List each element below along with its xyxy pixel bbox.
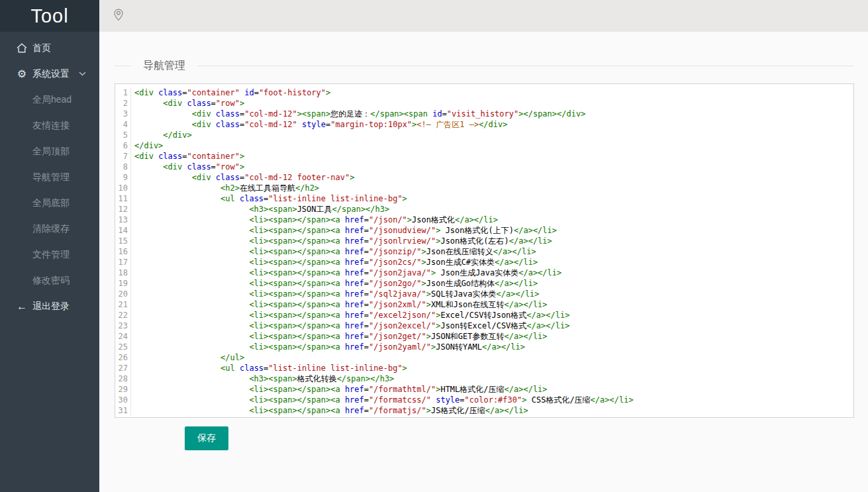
sidebar: Tool 首页 ⚙ 系统设置 [0, 0, 99, 492]
code-text: <ul class="list-inline list-inline-bg"> [131, 363, 407, 373]
sidebar-subitem-7[interactable]: 文件管理 [0, 242, 99, 268]
code-text: <h3><span>格式化转换</span></h3> [131, 373, 394, 384]
sidebar-item-home[interactable]: 首页 [0, 35, 99, 61]
chevron-down-icon [79, 72, 86, 76]
code-text: <li><span></span><a href="/jsonlrview/">… [131, 236, 552, 246]
heading-rule-right [197, 66, 854, 66]
sidebar-nav: 首页 ⚙ 系统设置 全局head友情连接全局顶部导航管理全局底部清除缓存文件管理… [0, 32, 99, 319]
sidebar-item-settings[interactable]: ⚙ 系统设置 [0, 61, 99, 87]
code-line: 21 <li><span></span><a href="/json2xml/"… [115, 299, 853, 310]
line-number: 6 [115, 140, 131, 151]
page-title: 导航管理 [143, 59, 185, 73]
line-number: 22 [115, 310, 131, 320]
line-number: 2 [115, 98, 131, 109]
sidebar-submenu: 全局head友情连接全局顶部导航管理全局底部清除缓存文件管理修改密码 [0, 87, 99, 293]
code-editor[interactable]: 1<div class="container" id="foot-history… [115, 83, 854, 418]
code-line: 26 </ul> [115, 352, 853, 363]
line-number: 5 [115, 130, 131, 140]
code-text: <li><span></span><a href="/json2get/">JS… [131, 331, 548, 342]
sidebar-subitem-6[interactable]: 清除缓存 [0, 216, 99, 242]
code-text: <li><span></span><a href="/json/">Json格式… [131, 215, 498, 225]
code-line: 1<div class="container" id="foot-history… [115, 87, 853, 98]
line-number: 11 [115, 193, 131, 204]
code-text: <li><span></span><a href="/json2go/">Jso… [131, 278, 538, 289]
line-number: 19 [115, 278, 131, 289]
code-line: 8 <div class="row"> [115, 162, 853, 172]
sidebar-item-label: 系统设置 [32, 68, 70, 80]
sidebar-subitem-5[interactable]: 全局底部 [0, 190, 99, 216]
code-line: 27 <ul class="list-inline list-inline-bg… [115, 363, 853, 373]
code-text: <li><span></span><a href="/json2excel/">… [131, 320, 569, 331]
line-number: 25 [115, 342, 131, 352]
code-line: 13 <li><span></span><a href="/json/">Jso… [115, 215, 853, 225]
code-line: 5 </div> [115, 130, 853, 140]
main-area: 导航管理 1<div class="container" id="foot-hi… [99, 0, 868, 492]
line-number: 13 [115, 215, 131, 225]
line-number: 10 [115, 183, 131, 193]
sidebar-subitem-8[interactable]: 修改密码 [0, 268, 99, 293]
code-text: <li><span></span><a href="/jsonzip/">Jso… [131, 246, 536, 257]
line-number: 8 [115, 162, 131, 172]
code-text: <li><span></span><a href="/jsonudview/">… [131, 225, 557, 236]
sidebar-item-logout[interactable]: ← 退出登录 [0, 293, 99, 319]
line-number: 17 [115, 257, 131, 268]
code-line: 30 <li><span></span><a href="/formatcss/… [115, 395, 853, 405]
arrow-left-icon: ← [16, 301, 28, 313]
line-number: 30 [115, 395, 131, 405]
sidebar-subitem-4[interactable]: 导航管理 [0, 164, 99, 190]
code-line: 25 <li><span></span><a href="/json2yaml/… [115, 342, 853, 352]
code-line: 16 <li><span></span><a href="/jsonzip/">… [115, 246, 853, 257]
code-line: 17 <li><span></span><a href="/json2cs/">… [115, 257, 853, 268]
line-number: 24 [115, 331, 131, 342]
code-line: 28 <h3><span>格式化转换</span></h3> [115, 373, 853, 384]
code-text: <div class="col-md-12" style="margin-top… [131, 119, 507, 130]
line-number: 12 [115, 204, 131, 215]
heading-rule-left [115, 66, 131, 66]
sidebar-subitem-3[interactable]: 全局顶部 [0, 138, 99, 164]
code-line: 2 <div class="row"> [115, 98, 853, 109]
code-line: 10 <h2>在线工具箱导航</h2> [115, 183, 853, 193]
code-line: 14 <li><span></span><a href="/jsonudview… [115, 225, 853, 236]
line-number: 29 [115, 384, 131, 395]
code-line: 19 <li><span></span><a href="/json2go/">… [115, 278, 853, 289]
app-window: Tool 首页 ⚙ 系统设置 [0, 0, 868, 492]
line-number: 3 [115, 109, 131, 119]
code-line: 6</div> [115, 140, 853, 151]
line-number: 1 [115, 87, 131, 98]
location-pin-icon[interactable] [113, 9, 124, 24]
code-line: 20 <li><span></span><a href="/sql2java/"… [115, 289, 853, 299]
code-text: <h2>在线工具箱导航</h2> [131, 183, 319, 193]
code-line: 18 <li><span></span><a href="/json2java/… [115, 268, 853, 278]
home-icon [16, 42, 28, 54]
code-text: </div> [131, 130, 192, 140]
line-number: 20 [115, 289, 131, 299]
gear-icon: ⚙ [16, 68, 28, 80]
line-number: 14 [115, 225, 131, 236]
code-text: <div class="row"> [131, 162, 244, 172]
code-line: 3 <div class="col-md-12"><span>您的足迹：</sp… [115, 109, 853, 119]
code-text: <li><span></span><a href="/json2xml/">XM… [131, 299, 548, 310]
code-text: <div class="container" id="foot-history"… [131, 87, 330, 98]
code-line: 24 <li><span></span><a href="/json2get/"… [115, 331, 853, 342]
sidebar-item-label: 首页 [32, 42, 51, 54]
save-button[interactable]: 保存 [185, 426, 228, 450]
code-text: <h3><span>JSON工具</span></h3> [131, 204, 389, 215]
line-number: 18 [115, 268, 131, 278]
line-number: 15 [115, 236, 131, 246]
code-text: <li><span></span><a href="/formathtml/">… [131, 384, 548, 395]
code-text: <li><span></span><a href="/json2yaml/">J… [131, 342, 525, 352]
sidebar-subitem-1[interactable]: 全局head [0, 87, 99, 113]
code-line: 29 <li><span></span><a href="/formathtml… [115, 384, 853, 395]
line-number: 4 [115, 119, 131, 130]
code-line: 9 <div class="col-md-12 footer-nav"> [115, 172, 853, 183]
code-text: </ul> [131, 352, 244, 363]
sidebar-subitem-2[interactable]: 友情连接 [0, 113, 99, 138]
topbar [99, 0, 868, 32]
code-line: 12 <h3><span>JSON工具</span></h3> [115, 204, 853, 215]
line-number: 9 [115, 172, 131, 183]
code-text: <li><span></span><a href="/formatcss/" s… [131, 395, 634, 405]
app-logo: Tool [0, 0, 99, 32]
code-text: <div class="row"> [131, 98, 244, 109]
code-line: 23 <li><span></span><a href="/json2excel… [115, 320, 853, 331]
code-line: 31 <li><span></span><a href="/formatjs/"… [115, 405, 853, 416]
